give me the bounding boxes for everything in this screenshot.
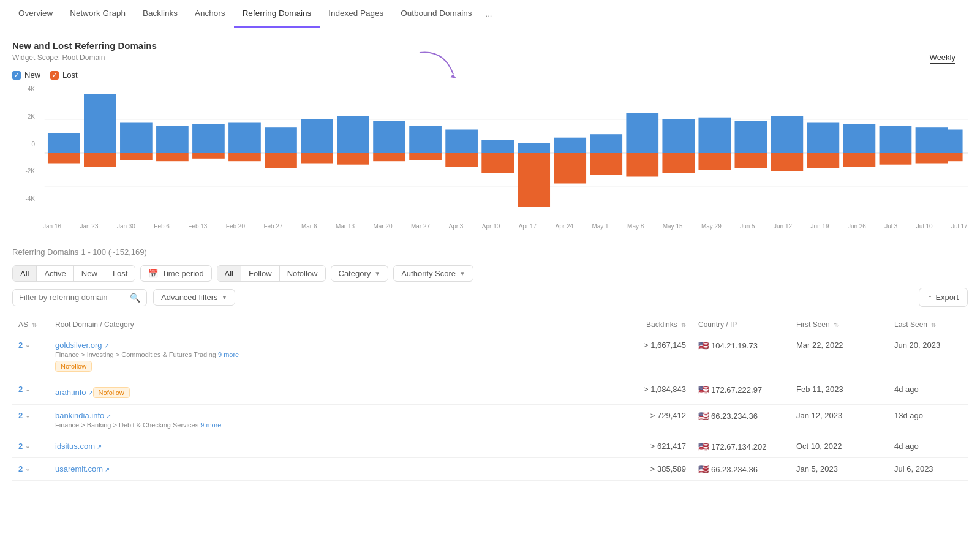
last-seen-value: 13d ago xyxy=(894,411,923,420)
follow-tab-all[interactable]: All xyxy=(217,266,241,281)
weekly-button[interactable]: Weekly xyxy=(930,53,956,64)
first-seen-value: Mar 22, 2022 xyxy=(796,341,843,350)
backlinks-value: > 1,667,145 xyxy=(612,341,686,350)
status-tab-new[interactable]: New xyxy=(74,266,105,281)
nav-anchors[interactable]: Anchors xyxy=(186,0,234,28)
table-range: 1 - 100 (~152,169) xyxy=(81,247,147,257)
as-value: 2⌄ xyxy=(18,341,43,350)
first-seen-value: Jan 5, 2023 xyxy=(796,464,838,473)
nav-backlinks[interactable]: Backlinks xyxy=(134,0,186,28)
category-dropdown[interactable]: Category ▼ xyxy=(331,265,389,282)
export-icon: ↑ xyxy=(928,293,932,302)
country-ip-value: 66.23.234.36 xyxy=(711,412,758,421)
svg-rect-40 xyxy=(662,119,695,153)
cell-domain: idsitus.com↗ xyxy=(49,435,606,458)
svg-rect-15 xyxy=(192,153,225,159)
follow-filter-tabs: All Follow Nofollow xyxy=(217,265,326,282)
cell-as: 2⌄ xyxy=(12,458,49,481)
legend-new-checkbox[interactable]: ✓ xyxy=(12,71,21,80)
sort-icon-as: ⇅ xyxy=(32,322,37,328)
advanced-filters-button[interactable]: Advanced filters ▼ xyxy=(153,289,235,306)
follow-tab-nofollow[interactable]: Nofollow xyxy=(280,266,325,281)
as-chevron-icon[interactable]: ⌄ xyxy=(25,342,30,348)
country-ip-value: 172.67.134.202 xyxy=(711,442,766,451)
nav-referring-domains[interactable]: Referring Domains xyxy=(234,0,320,28)
svg-rect-6 xyxy=(48,133,80,153)
col-header-as[interactable]: AS ⇅ xyxy=(12,315,49,334)
backlinks-value: > 729,412 xyxy=(612,411,686,420)
col-header-backlinks[interactable]: Backlinks ⇅ xyxy=(606,315,692,334)
nav-network-graph[interactable]: Network Graph xyxy=(61,0,134,28)
nav-outbound-domains[interactable]: Outbound Domains xyxy=(392,0,480,28)
search-input[interactable] xyxy=(19,293,125,302)
table-title: Referring Domains 1 - 100 (~152,169) xyxy=(12,246,968,257)
cell-backlinks: > 729,412 xyxy=(606,405,692,435)
col-header-domain: Root Domain / Category xyxy=(49,315,606,334)
cell-backlinks: > 621,417 xyxy=(606,435,692,458)
authority-score-dropdown[interactable]: Authority Score ▼ xyxy=(393,265,473,282)
sort-icon-last-seen: ⇅ xyxy=(931,322,936,328)
col-header-first-seen[interactable]: First Seen ⇅ xyxy=(790,315,888,334)
svg-rect-16 xyxy=(228,123,261,154)
status-tab-all[interactable]: All xyxy=(13,266,37,281)
cell-last-seen: 4d ago xyxy=(888,435,968,458)
cell-backlinks: > 385,589 xyxy=(606,458,692,481)
export-button[interactable]: ↑ Export xyxy=(919,288,968,307)
chart-title: New and Lost Referring Domains xyxy=(12,40,968,51)
svg-rect-12 xyxy=(156,126,189,153)
as-value: 2⌄ xyxy=(18,411,43,420)
more-categories-link[interactable]: 9 more xyxy=(200,421,221,429)
col-header-last-seen[interactable]: Last Seen ⇅ xyxy=(888,315,968,334)
external-link-icon: ↗ xyxy=(104,342,109,349)
domain-link[interactable]: idsitus.com xyxy=(55,442,95,451)
domain-link[interactable]: arah.info xyxy=(55,388,86,397)
svg-rect-39 xyxy=(626,153,658,177)
status-tab-lost[interactable]: Lost xyxy=(105,266,135,281)
cell-first-seen: Jan 12, 2023 xyxy=(790,405,888,435)
domain-link[interactable]: goldsilver.org xyxy=(55,341,102,350)
country-flag-icon: 🇺🇸 xyxy=(698,442,709,451)
country-flag-icon: 🇺🇸 xyxy=(698,464,709,474)
table-section: Referring Domains 1 - 100 (~152,169) All… xyxy=(0,236,980,491)
domain-link[interactable]: usaremit.com xyxy=(55,464,103,473)
svg-rect-46 xyxy=(771,116,804,154)
status-tab-active[interactable]: Active xyxy=(37,266,74,281)
as-chevron-icon[interactable]: ⌄ xyxy=(25,386,30,393)
category-chevron-icon: ▼ xyxy=(374,270,380,277)
as-chevron-icon[interactable]: ⌄ xyxy=(25,443,30,450)
svg-rect-35 xyxy=(554,153,586,184)
follow-tab-follow[interactable]: Follow xyxy=(241,266,280,281)
domain-link[interactable]: bankindia.info xyxy=(55,411,104,420)
date-period-filter[interactable]: 📅 Time period xyxy=(140,265,211,282)
country-ip-value: 172.67.222.97 xyxy=(711,385,762,394)
external-link-icon: ↗ xyxy=(97,443,102,450)
svg-rect-26 xyxy=(409,126,442,153)
more-categories-link[interactable]: 9 more xyxy=(218,351,239,358)
legend-lost-label: Lost xyxy=(62,70,78,80)
table-row: 2⌄arah.info↗Nofollow> 1,084,843🇺🇸172.67.… xyxy=(12,378,968,405)
nav-overview[interactable]: Overview xyxy=(10,0,61,28)
cell-first-seen: Jan 5, 2023 xyxy=(790,458,888,481)
svg-rect-48 xyxy=(807,123,840,154)
svg-rect-22 xyxy=(337,116,369,154)
as-chevron-icon[interactable]: ⌄ xyxy=(25,465,30,472)
first-seen-value: Feb 11, 2023 xyxy=(796,385,843,394)
category-dropdown-label: Category xyxy=(339,269,371,278)
cell-country: 🇺🇸172.67.134.202 xyxy=(692,435,790,458)
cell-last-seen: 13d ago xyxy=(888,405,968,435)
nav-more-dots[interactable]: ... xyxy=(481,1,497,27)
country-flag-icon: 🇺🇸 xyxy=(698,385,709,394)
nav-indexed-pages[interactable]: Indexed Pages xyxy=(320,0,392,28)
data-table: AS ⇅ Root Domain / Category Backlinks ⇅ … xyxy=(12,315,968,481)
country-flag-icon: 🇺🇸 xyxy=(698,341,709,350)
svg-rect-28 xyxy=(445,130,478,154)
table-row: 2⌄usaremit.com↗> 385,589🇺🇸66.23.234.36Ja… xyxy=(12,458,968,481)
country-flag-icon: 🇺🇸 xyxy=(698,411,709,421)
svg-rect-27 xyxy=(409,153,442,160)
legend-lost-checkbox[interactable]: ✓ xyxy=(50,71,59,80)
svg-rect-14 xyxy=(192,124,225,153)
svg-rect-57 xyxy=(937,153,962,161)
backlinks-value: > 385,589 xyxy=(612,464,686,473)
search-icon[interactable]: 🔍 xyxy=(130,293,140,303)
as-chevron-icon[interactable]: ⌄ xyxy=(25,412,30,419)
